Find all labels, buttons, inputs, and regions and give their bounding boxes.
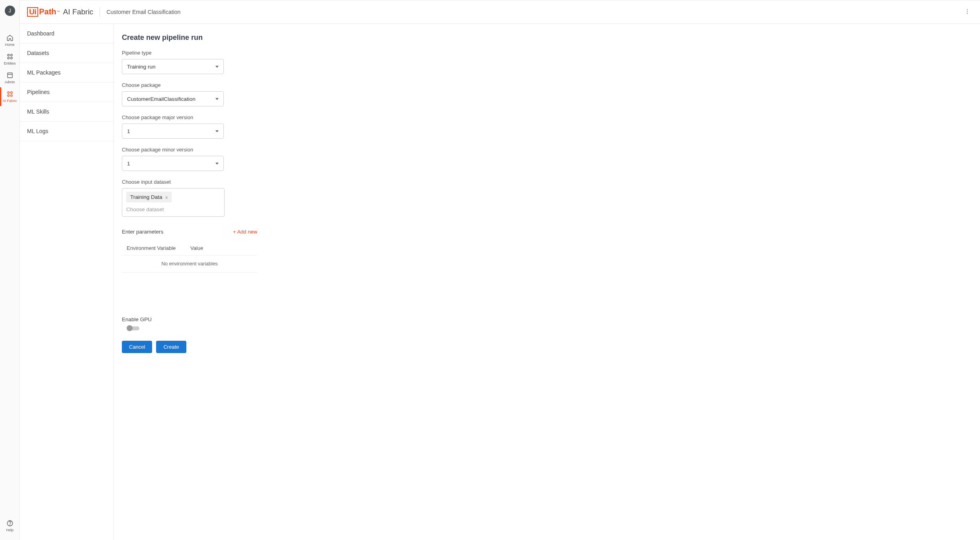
add-new-button[interactable]: + Add new xyxy=(233,229,257,235)
svg-point-2 xyxy=(8,57,10,59)
svg-point-6 xyxy=(8,92,10,94)
cancel-button[interactable]: Cancel xyxy=(122,341,152,353)
help-icon xyxy=(6,520,14,527)
rail-item-admin[interactable]: Admin xyxy=(0,69,20,87)
rail-item-label: Help xyxy=(6,528,14,532)
params-empty-state: No environment variables xyxy=(122,255,257,273)
logo-ui: Ui xyxy=(27,7,38,17)
col-value: Value xyxy=(190,245,203,251)
dropdown-value: CustomerEmailClassification xyxy=(127,96,196,102)
rail-item-aifabric[interactable]: AI Fabric xyxy=(0,87,20,106)
aifabric-icon xyxy=(6,90,14,98)
chip-remove-icon[interactable]: x xyxy=(166,195,168,200)
sidebar-item-mlpackages[interactable]: ML Packages xyxy=(20,63,113,82)
svg-point-1 xyxy=(10,54,12,56)
content: Create new pipeline run Pipeline type Tr… xyxy=(114,24,980,540)
sidebar-item-datasets[interactable]: Datasets xyxy=(20,43,113,63)
chip-label: Training Data xyxy=(130,194,162,200)
gpu-toggle[interactable] xyxy=(127,326,139,330)
brand-logo[interactable]: Ui Path ™ AI Fabric xyxy=(27,7,93,17)
rail-item-label: AI Fabric xyxy=(2,99,17,103)
dropdown-major-version[interactable]: 1 xyxy=(122,124,224,139)
svg-rect-4 xyxy=(8,73,12,78)
rail-item-help[interactable]: Help xyxy=(0,516,20,535)
chevron-down-icon xyxy=(215,163,219,165)
svg-point-7 xyxy=(10,92,12,94)
dropdown-minor-version[interactable]: 1 xyxy=(122,156,224,171)
sidebar: Dashboard Datasets ML Packages Pipelines… xyxy=(20,24,114,540)
label-minor-version: Choose package minor version xyxy=(122,147,972,153)
chevron-down-icon xyxy=(215,98,219,100)
rail-item-home[interactable]: Home xyxy=(0,31,20,50)
avatar[interactable]: J xyxy=(5,6,15,16)
svg-point-13 xyxy=(967,11,968,12)
rail-item-label: Entities xyxy=(4,61,16,65)
brand-product: AI Fabric xyxy=(63,8,93,16)
params-title: Enter parameters xyxy=(122,229,163,235)
chevron-down-icon xyxy=(215,130,219,132)
icon-rail: J Home Entities Admin AI Fabric Help xyxy=(0,0,20,540)
svg-point-12 xyxy=(967,9,968,10)
label-package: Choose package xyxy=(122,82,972,88)
project-name: Customer Email Classification xyxy=(106,9,180,15)
chevron-down-icon xyxy=(215,66,219,68)
logo-path: Path xyxy=(39,7,56,16)
label-gpu: Enable GPU xyxy=(122,316,972,322)
dataset-placeholder: Choose dataset xyxy=(126,206,164,212)
sidebar-item-mlskills[interactable]: ML Skills xyxy=(20,102,113,122)
topbar: Ui Path ™ AI Fabric Customer Email Class… xyxy=(20,0,980,24)
entities-icon xyxy=(6,53,14,60)
dropdown-value: 1 xyxy=(127,128,130,134)
admin-icon xyxy=(6,72,14,79)
dropdown-value: Training run xyxy=(127,64,156,70)
kebab-menu-button[interactable] xyxy=(962,6,973,18)
home-icon xyxy=(6,34,14,41)
dataset-chip: Training Data x xyxy=(126,192,172,202)
logo-tm: ™ xyxy=(57,10,60,14)
dataset-selector[interactable]: Training Data x Choose dataset xyxy=(122,188,225,217)
label-dataset: Choose input dataset xyxy=(122,179,972,185)
sidebar-item-dashboard[interactable]: Dashboard xyxy=(20,24,113,43)
dropdown-pipeline-type[interactable]: Training run xyxy=(122,59,224,74)
label-pipeline-type: Pipeline type xyxy=(122,50,972,56)
dropdown-package[interactable]: CustomerEmailClassification xyxy=(122,91,224,106)
params-table-header: Environment Variable Value xyxy=(122,241,257,255)
col-env-variable: Environment Variable xyxy=(127,245,190,251)
rail-item-label: Home xyxy=(5,43,14,47)
page-title: Create new pipeline run xyxy=(122,33,972,42)
svg-point-9 xyxy=(10,95,12,97)
rail-item-entities[interactable]: Entities xyxy=(0,50,20,69)
rail-item-label: Admin xyxy=(5,80,15,84)
label-major-version: Choose package major version xyxy=(122,114,972,120)
sidebar-item-pipelines[interactable]: Pipelines xyxy=(20,82,113,102)
svg-point-3 xyxy=(10,57,12,59)
header-divider xyxy=(100,7,100,17)
kebab-icon xyxy=(964,8,970,15)
create-button[interactable]: Create xyxy=(156,341,186,353)
svg-point-8 xyxy=(8,95,10,97)
svg-point-14 xyxy=(967,13,968,14)
dropdown-value: 1 xyxy=(127,161,130,167)
svg-point-0 xyxy=(8,54,10,56)
sidebar-item-mllogs[interactable]: ML Logs xyxy=(20,122,113,141)
svg-point-11 xyxy=(10,525,10,525)
